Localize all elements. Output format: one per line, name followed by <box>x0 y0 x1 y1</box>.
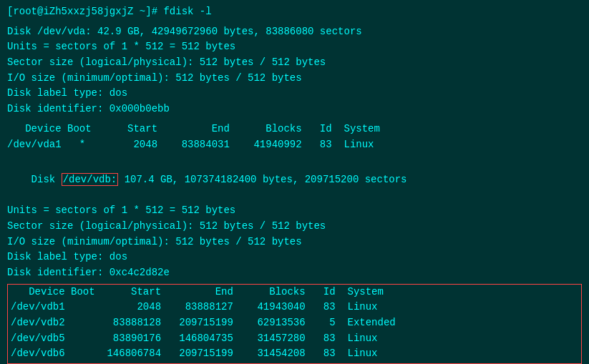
vdb-line3: Sector size (logical/physical): 512 byte… <box>7 219 582 235</box>
vdb5-row: /dev/vdb5 83890176 146804735 31457280 83… <box>8 331 578 347</box>
vdb-disk-line: Disk /dev/vdb: 107.4 GB, 107374182400 by… <box>7 157 582 203</box>
vdb-line4: I/O size (minimum/optimal): 512 bytes / … <box>7 235 582 250</box>
vdb-disk-prefix: Disk <box>31 174 62 185</box>
vda-table-header: Device Boot Start End Blocks Id System <box>7 122 582 137</box>
vdb-disk-suffix: 107.4 GB, 107374182400 bytes, 209715200 … <box>118 174 407 185</box>
vdb-line2: Units = sectors of 1 * 512 = 512 bytes <box>7 203 582 219</box>
vdb-highlight: /dev/vdb: <box>62 173 119 186</box>
vdb1-row: /dev/vdb1 2048 83888127 41943040 83 Linu… <box>8 300 578 315</box>
vdb-table-header: Device Boot Start End Blocks Id System <box>8 285 578 300</box>
prompt-top: [root@iZh5xxzj58jgxjZ ~]# fdisk -l <box>7 4 582 20</box>
vdb-table-box: Device Boot Start End Blocks Id System /… <box>7 284 582 364</box>
vda-line2: Units = sectors of 1 * 512 = 512 bytes <box>7 39 582 55</box>
vda-line4: I/O size (minimum/optimal): 512 bytes / … <box>7 71 582 87</box>
terminal-window: [root@iZh5xxzj58jgxjZ ~]# fdisk -l Disk … <box>0 0 589 364</box>
vda-line6: Disk identifier: 0x000b0ebb <box>7 102 582 117</box>
vdb2-row: /dev/vdb2 83888128 209715199 62913536 5 … <box>8 315 578 331</box>
vdb-line6: Disk identifier: 0xc4c2d82e <box>7 265 582 281</box>
vda-line5: Disk label type: dos <box>7 86 582 102</box>
vdb-line5: Disk label type: dos <box>7 250 582 265</box>
vda1-row: /dev/vda1 * 2048 83884031 41940992 83 Li… <box>7 137 582 153</box>
vdb6-row: /dev/vdb6 146806784 209715199 31454208 8… <box>8 346 578 362</box>
vda-line3: Sector size (logical/physical): 512 byte… <box>7 55 582 71</box>
vda-line1: Disk /dev/vda: 42.9 GB, 42949672960 byte… <box>7 24 582 40</box>
